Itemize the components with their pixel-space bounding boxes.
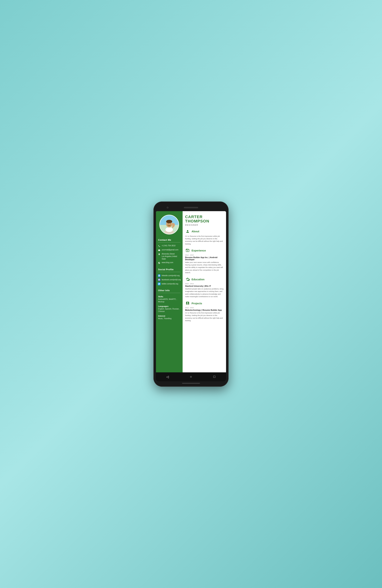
phone-speaker [184,207,198,208]
about-title: About [191,230,199,233]
svg-point-5 [166,220,172,223]
experience-icon [185,248,190,253]
experience-header: Experience [185,248,224,253]
resume-container: Contact Me +1-541-754-3010 yourmail@gmai… [156,211,226,372]
skills-item: Skills Android/iOS, WebRTC , Mockup [156,294,183,304]
main-content: CARTER THOMPSON DESIGNER About CV or Res… [183,211,226,372]
education-icon [185,277,190,282]
education-entry-desc-0: Stanford people take on audacious proble… [185,288,224,298]
facebook-item: facebook.com/profyl.org [156,278,183,282]
languages-label: Languages [158,305,180,307]
interest-value: Music, Travelling [158,317,180,320]
experience-date-0: 2012 - 2015 [185,254,224,256]
email-value: yourmail@gmail.com [162,249,178,251]
experience-title: Experience [191,249,206,252]
twitter-value: twitter.com/profyl.org [162,283,178,285]
projects-entry-title-0: Mobotechnology | Resume Builder App [185,309,224,311]
address-contact-item: Almendra Street Los Angeles,United State [156,252,183,261]
phone-top-bar [156,205,226,210]
phone-icon [158,245,161,248]
person-title: DESIGNER [185,224,224,226]
address-value: Almendra Street Los Angeles,United State [162,253,181,260]
website-icon [158,261,161,264]
phone-screen: Contact Me +1-541-754-3010 yourmail@gmai… [156,211,226,381]
education-entry-title-0: Stanford University | BSc IT [185,285,224,287]
skills-label: Skills [158,295,180,298]
about-description: CV or Resume is the first impression whi… [185,235,224,245]
svg-point-6 [168,224,169,224]
experience-body: 2012 - 2015 Resume Builder App Inc. | An… [185,254,224,274]
about-section: About CV or Resume is the first impressi… [185,229,224,245]
other-info-label: Other Info [156,288,183,293]
home-indicator [182,383,200,384]
experience-entry-desc-0: Make your next career move with confiden… [185,261,224,274]
projects-section: Projects 2012 - 2016 Mobotechnology | Re… [185,301,224,322]
facebook-value: facebook.com/profyl.org [162,279,181,281]
back-button[interactable]: ◁ [165,374,170,379]
about-icon [185,229,190,234]
languages-item: Languages English, Spanish, Russian, Chi… [156,304,183,314]
avatar-container [156,211,183,237]
projects-entry-desc-0: CV or Resume is the first impression whi… [185,312,224,322]
email-icon [158,249,161,252]
email-contact-item: yourmail@gmail.com [156,248,183,252]
avatar [159,215,179,234]
person-name: CARTER THOMPSON [185,215,224,223]
projects-title: Projects [191,302,202,305]
linkedin-item: linkedin.com/profyl.org [156,273,183,278]
contact-divider [158,242,180,243]
twitter-item: twitter.com/profyl.org [156,282,183,286]
social-profile-label: Social Profile [156,267,183,272]
website-value: www.blog.com [162,261,173,264]
phone-value: +1-541-754-3010 [162,245,175,247]
about-header: About [185,229,224,234]
projects-header: Projects [185,301,224,306]
sidebar: Contact Me +1-541-754-3010 yourmail@gmai… [156,211,183,372]
website-contact-item: www.blog.com [156,261,183,265]
phone-bottom-bar [156,382,226,384]
skills-value: Android/iOS, WebRTC , Mockup [158,298,180,303]
location-icon [158,253,161,256]
education-body: 2010 - 2014 Stanford University | BSc IT… [185,283,224,298]
projects-body: 2012 - 2016 Mobotechnology | Resume Buil… [185,307,224,322]
projects-icon [185,301,190,306]
languages-value: English, Spanish, Russian, Chinese [158,308,180,313]
svg-point-7 [170,224,171,224]
svg-point-3 [166,227,173,232]
recents-button[interactable]: □ [212,374,217,379]
education-date-0: 2010 - 2014 [185,283,224,285]
home-button[interactable]: ○ [188,374,194,379]
education-header: Education [185,277,224,282]
experience-entry-0: 2012 - 2015 Resume Builder App Inc. | An… [185,254,224,274]
about-body: CV or Resume is the first impression whi… [185,235,224,245]
projects-entry-0: 2012 - 2016 Mobotechnology | Resume Buil… [185,307,224,322]
social-divider [158,272,180,272]
contact-me-label: Contact Me [156,237,183,242]
education-section: Education 2010 - 2014 Stanford Universit… [185,277,224,298]
phone-contact-item: +1-541-754-3010 [156,244,183,248]
phone-camera [167,207,169,209]
experience-entry-title-0: Resume Builder App Inc. | Android Develo… [185,256,224,261]
education-title: Education [191,278,205,281]
education-entry-0: 2010 - 2014 Stanford University | BSc IT… [185,283,224,298]
interest-label: Interest [158,315,180,317]
phone-device: Contact Me +1-541-754-3010 yourmail@gmai… [153,202,229,387]
android-nav-bar: ◁ ○ □ [156,372,226,381]
other-info-divider [158,293,180,293]
projects-date-0: 2012 - 2016 [185,307,224,309]
avatar-image [160,215,178,234]
interest-item: Interest Music, Travelling [156,314,183,321]
linkedin-icon [158,274,161,277]
linkedin-value: linkedin.com/profyl.org [162,274,180,276]
experience-section: Experience 2012 - 2015 Resume Builder Ap… [185,248,224,274]
facebook-icon [158,278,161,281]
twitter-icon [158,282,161,285]
